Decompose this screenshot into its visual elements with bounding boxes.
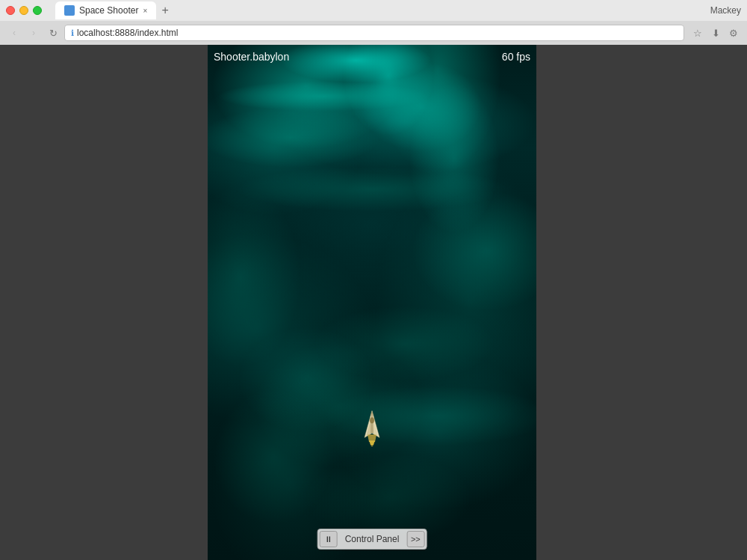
extension-button[interactable]: ⚙ [726,25,741,40]
title-bar: Space Shooter × + Mackey [0,0,747,21]
browser-tab[interactable]: Space Shooter × [55,1,156,19]
game-title-label: Shooter.babylon [214,51,289,63]
tab-close-button[interactable]: × [143,7,147,15]
svg-point-5 [370,417,374,423]
download-button[interactable]: ⬇ [708,25,723,40]
fps-counter: 60 fps [502,51,530,63]
address-text: localhost:8888/index.html [77,28,178,38]
control-panel: ⏸ Control Panel >> [317,529,427,550]
traffic-lights [6,6,42,15]
game-canvas: Shooter.babylon 60 fps [208,45,536,560]
address-bar[interactable]: ℹ localhost:8888/index.html [64,25,684,41]
nav-bar: ‹ › ↻ ℹ localhost:8888/index.html ☆ ⬇ ⚙ [0,21,747,45]
tab-title: Space Shooter [79,5,138,16]
back-button[interactable]: ‹ [6,25,22,41]
title-bar-user: Mackey [710,5,741,16]
left-sidebar [0,45,208,560]
maximize-button[interactable] [33,6,42,15]
lock-icon: ℹ [71,28,74,38]
main-content: Shooter.babylon 60 fps [0,45,747,560]
tab-bar: Space Shooter × + [55,1,174,19]
nav-actions: ☆ ⬇ ⚙ [690,25,741,40]
fast-forward-button[interactable]: >> [406,531,424,547]
pause-icon: ⏸ [324,535,332,544]
nebula-wisps [208,45,536,560]
close-button[interactable] [6,6,15,15]
bookmark-button[interactable]: ☆ [690,25,705,40]
new-tab-button[interactable]: + [156,1,174,19]
control-panel-label: Control Panel [338,534,407,544]
spaceship [359,409,385,447]
fast-forward-icon: >> [411,535,421,544]
tab-favicon [64,5,75,16]
forward-button[interactable]: › [25,25,42,41]
game-container[interactable]: Shooter.babylon 60 fps [208,45,536,560]
pause-button[interactable]: ⏸ [320,531,338,547]
minimize-button[interactable] [19,6,28,15]
refresh-button[interactable]: ↻ [45,25,61,41]
